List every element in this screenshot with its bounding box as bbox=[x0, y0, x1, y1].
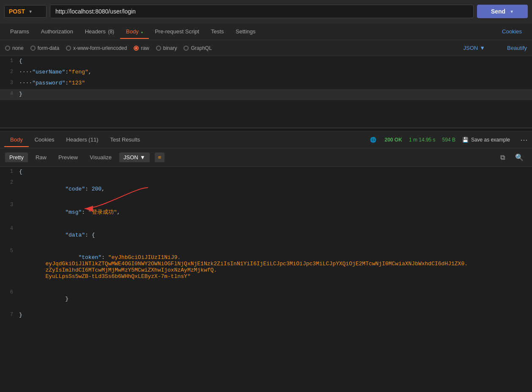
url-bar: POST ▼ http://localhost:8080/user/login … bbox=[0, 0, 532, 23]
json-chevron-icon: ▼ bbox=[480, 45, 485, 51]
tab-params[interactable]: Params bbox=[4, 24, 35, 39]
radio-form-data-icon bbox=[30, 46, 36, 51]
beautify-button[interactable]: Beautify bbox=[507, 45, 527, 51]
wrap-lines-button[interactable]: ≡ bbox=[155, 152, 165, 162]
cookies-link[interactable]: Cookies bbox=[496, 24, 528, 39]
body-type-form-data[interactable]: form-data bbox=[30, 45, 59, 51]
body-type-urlencoded[interactable]: x-www-form-urlencoded bbox=[66, 45, 127, 51]
request-code-editor[interactable]: 1 { 2 ····"userName":"feng", 3 ····"pass… bbox=[0, 56, 532, 128]
response-status: 🌐 200 OK 1 m 14.95 s 594 B 💾 Save as exa… bbox=[370, 135, 528, 144]
resp-json-chevron-icon: ▼ bbox=[140, 154, 145, 161]
response-area: Body Cookies Headers (11) Test Results 🌐… bbox=[0, 131, 532, 392]
fmt-tab-preview[interactable]: Preview bbox=[54, 152, 82, 162]
status-code: 200 OK bbox=[385, 137, 402, 143]
body-type-none[interactable]: none bbox=[5, 45, 24, 51]
body-type-raw[interactable]: raw bbox=[134, 45, 149, 51]
drag-handle[interactable] bbox=[0, 128, 532, 131]
send-button[interactable]: Send ▼ bbox=[477, 5, 528, 18]
response-code-viewer: 1 { 2 "code": 200, 3 "msg": "登录成功", bbox=[0, 167, 532, 392]
request-tabs: Params Authorization Headers (8) Body ● … bbox=[0, 23, 532, 40]
radio-graphql-icon bbox=[184, 46, 189, 51]
fmt-tab-pretty[interactable]: Pretty bbox=[5, 152, 28, 162]
resp-line-7: 7 } bbox=[0, 310, 532, 321]
resp-tab-body[interactable]: Body bbox=[4, 132, 29, 147]
send-chevron-icon: ▼ bbox=[510, 9, 514, 14]
response-tabs: Body Cookies Headers (11) Test Results 🌐… bbox=[0, 131, 532, 148]
globe-icon: 🌐 bbox=[370, 137, 376, 143]
tab-headers[interactable]: Headers (8) bbox=[79, 24, 120, 39]
radio-binary-icon bbox=[156, 46, 161, 51]
tab-authorization[interactable]: Authorization bbox=[35, 24, 79, 39]
req-line-2: 2 ····"userName":"feng", bbox=[0, 67, 532, 78]
radio-none-icon bbox=[5, 46, 10, 51]
method-chevron-icon: ▼ bbox=[28, 9, 33, 14]
tab-settings[interactable]: Settings bbox=[230, 24, 261, 39]
resp-tab-headers[interactable]: Headers (11) bbox=[60, 132, 104, 147]
url-input[interactable]: http://localhost:8080/user/login bbox=[50, 5, 474, 18]
save-as-example-button[interactable]: 💾 Save as example bbox=[462, 137, 510, 143]
search-button[interactable]: 🔍 bbox=[512, 152, 527, 163]
method-label: POST bbox=[9, 8, 25, 15]
body-type-bar: none form-data x-www-form-urlencoded raw… bbox=[0, 40, 532, 56]
resp-tab-test-results[interactable]: Test Results bbox=[104, 132, 146, 147]
fmt-tab-raw[interactable]: Raw bbox=[31, 152, 51, 162]
tab-pre-request[interactable]: Pre-request Script bbox=[149, 24, 205, 39]
response-size: 594 B bbox=[442, 137, 455, 143]
response-format-select[interactable]: JSON ▼ bbox=[119, 152, 150, 162]
save-label: Save as example bbox=[471, 137, 510, 143]
resp-line-6: 6 } bbox=[0, 288, 532, 310]
resp-line-1: 1 { bbox=[0, 167, 532, 178]
req-line-4: 4 } bbox=[0, 89, 532, 100]
fmt-tab-visualize[interactable]: Visualize bbox=[85, 152, 116, 162]
send-label: Send bbox=[491, 8, 505, 15]
format-tabs: Pretty Raw Preview Visualize JSON ▼ ≡ ⧉ … bbox=[0, 148, 532, 167]
main-container: POST ▼ http://localhost:8080/user/login … bbox=[0, 0, 532, 392]
more-options-button[interactable]: ⋯ bbox=[520, 135, 528, 144]
resp-line-4: 4 "data": { bbox=[0, 224, 532, 246]
req-line-3: 3 ····"password":"123" bbox=[0, 78, 532, 89]
req-line-1: 1 { bbox=[0, 56, 532, 67]
tab-tests[interactable]: Tests bbox=[205, 24, 230, 39]
resp-line-3: 3 "msg": "登录成功", bbox=[0, 200, 532, 224]
method-select[interactable]: POST ▼ bbox=[4, 5, 47, 18]
resp-line-5: 5 "token": "eyJhbGciOiJIUzI1NiJ9. eyJqdG… bbox=[0, 246, 532, 288]
response-time: 1 m 14.95 s bbox=[409, 137, 436, 143]
resp-line-2: 2 "code": 200, bbox=[0, 178, 532, 200]
radio-raw-icon bbox=[134, 46, 139, 51]
copy-button[interactable]: ⧉ bbox=[497, 152, 508, 163]
body-type-graphql[interactable]: GraphQL bbox=[184, 45, 211, 51]
body-type-binary[interactable]: binary bbox=[156, 45, 177, 51]
save-icon: 💾 bbox=[462, 137, 469, 143]
tab-body[interactable]: Body ● bbox=[120, 24, 149, 39]
resp-tab-cookies[interactable]: Cookies bbox=[29, 132, 60, 147]
body-format-select[interactable]: JSON ▼ bbox=[463, 45, 485, 51]
radio-urlencoded-icon bbox=[66, 46, 71, 51]
